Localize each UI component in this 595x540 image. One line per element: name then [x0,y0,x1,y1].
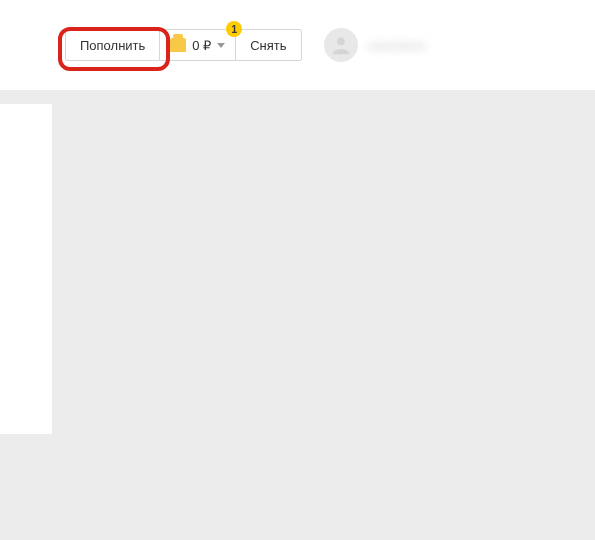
withdraw-button[interactable]: Снять [236,29,301,61]
deposit-button[interactable]: Пополнить [65,29,160,61]
balance-button-group: Пополнить 0 ₽ 1 Снять [65,29,302,61]
side-strip [0,104,52,434]
chevron-down-icon [217,43,225,48]
svg-point-0 [337,37,345,45]
user-block[interactable]: username [324,28,426,62]
withdraw-label: Снять [250,38,286,53]
balance-dropdown[interactable]: 0 ₽ 1 [160,29,236,61]
top-toolbar: Пополнить 0 ₽ 1 Снять username [0,0,595,90]
deposit-label: Пополнить [80,38,145,53]
balance-amount: 0 ₽ [192,38,211,53]
content-area [0,90,595,540]
username-label: username [368,38,426,53]
avatar [324,28,358,62]
person-icon [330,34,352,56]
wallet-icon [170,38,186,52]
